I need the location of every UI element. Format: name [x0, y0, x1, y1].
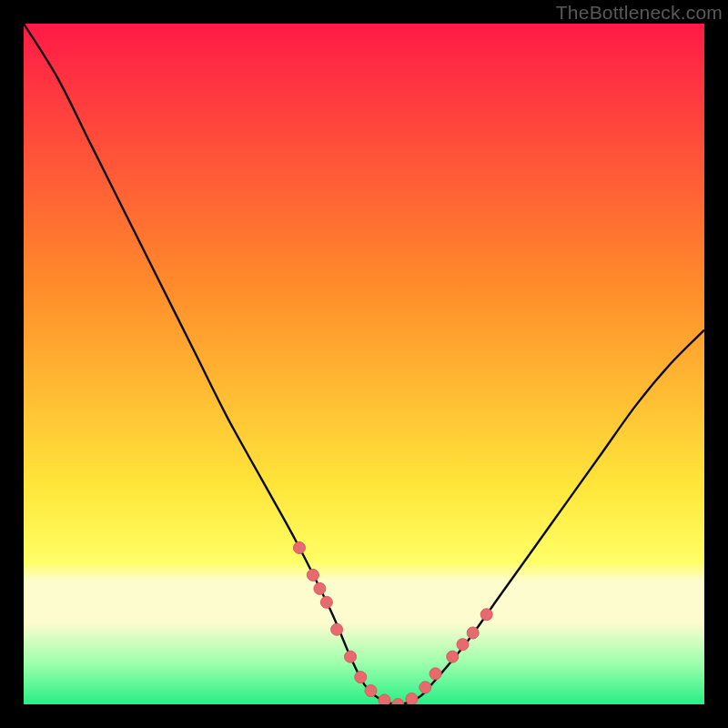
marker-dot	[457, 639, 469, 651]
marker-dot	[447, 651, 459, 662]
marker-dot	[420, 682, 431, 693]
marker-dot	[355, 672, 367, 683]
gradient-background	[24, 24, 704, 704]
marker-dot	[320, 596, 332, 608]
marker-dot	[467, 627, 479, 639]
watermark-text: TheBottleneck.com	[556, 2, 723, 24]
marker-dot	[365, 685, 377, 697]
marker-dot	[307, 569, 318, 581]
marker-dot	[345, 651, 357, 662]
marker-dot	[480, 609, 492, 621]
bottleneck-chart	[24, 24, 704, 704]
marker-dot	[379, 694, 390, 704]
marker-dot	[293, 541, 305, 553]
marker-dot	[331, 623, 343, 635]
marker-dot	[406, 693, 418, 704]
marker-dot	[430, 668, 441, 680]
plot-frame	[24, 24, 704, 704]
marker-dot	[314, 582, 326, 594]
